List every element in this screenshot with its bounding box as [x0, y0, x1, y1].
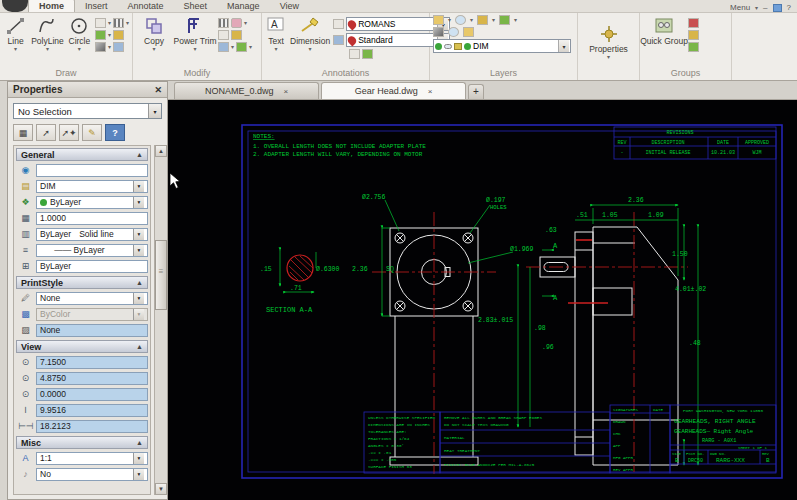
palette-close-icon[interactable]: ✕ — [154, 85, 162, 95]
tab-sheet[interactable]: Sheet — [174, 0, 218, 12]
scroll-up-icon[interactable]: ▲ — [155, 145, 167, 157]
doc-tab-noname[interactable]: NONAME_0.dwg × — [174, 82, 319, 99]
ellipse-icon[interactable] — [113, 42, 124, 52]
new-tab-button[interactable]: + — [468, 84, 484, 99]
app-logo[interactable] — [2, 0, 28, 12]
lineweight-field[interactable]: —— ByLayer▾ — [36, 244, 148, 257]
add-group-icon[interactable] — [688, 42, 699, 52]
layer-on-icon[interactable] — [435, 43, 442, 50]
move-icon[interactable] — [218, 42, 229, 52]
printstyle-field[interactable]: None▾ — [36, 292, 148, 305]
printtable-field[interactable]: None — [36, 324, 148, 337]
layers-panel-label[interactable]: Layers — [430, 68, 578, 80]
circle-button[interactable]: Circle ▾ — [67, 15, 92, 68]
power-trim-dropdown-icon[interactable]: ▾ — [193, 46, 196, 52]
ungroup-icon[interactable] — [688, 18, 699, 28]
view-width-field[interactable]: 18.2123 — [36, 420, 148, 433]
groups-panel-label[interactable]: Groups — [640, 68, 732, 80]
center-z-field[interactable]: 0.0000 — [36, 388, 148, 401]
tab-insert[interactable]: Insert — [75, 0, 118, 12]
sketch-icon[interactable] — [95, 30, 106, 40]
tab-manage[interactable]: Manage — [217, 0, 270, 12]
draw-panel-label[interactable]: Draw — [0, 68, 133, 80]
tab-annotate[interactable]: Annotate — [118, 0, 174, 12]
edit-group-icon[interactable] — [688, 30, 699, 40]
array-icon[interactable] — [218, 18, 229, 28]
copy-button[interactable]: Copy ▾ — [136, 15, 172, 68]
layer-field[interactable]: DIM▾ — [36, 180, 148, 193]
help-icon[interactable]: ? — [787, 3, 791, 12]
select-entities-button[interactable]: ➚ — [36, 124, 56, 141]
text-dropdown-icon[interactable]: ▾ — [274, 46, 277, 52]
text-button[interactable]: A Text ▾ — [265, 15, 287, 68]
rollback-button[interactable]: ✎ — [82, 124, 102, 141]
palette-help-button[interactable]: ? — [105, 124, 125, 141]
line-dropdown-icon[interactable]: ▾ — [14, 46, 17, 52]
erase-icon[interactable] — [231, 18, 242, 28]
hatch-icon[interactable] — [113, 30, 124, 40]
layer-combo[interactable]: DIM ▾ — [433, 39, 571, 53]
close-tab-icon[interactable]: × — [283, 87, 288, 96]
layer-states-icon[interactable] — [433, 27, 444, 37]
menu-button[interactable]: Menu — [730, 3, 750, 12]
name-field[interactable] — [36, 164, 148, 177]
layer-freeze-icon[interactable] — [444, 44, 452, 49]
tab-view[interactable]: View — [270, 0, 309, 12]
collapse-icon[interactable]: ▲ — [136, 343, 143, 350]
palette-header[interactable]: Properties ✕ — [8, 82, 167, 98]
layer-query-icon[interactable] — [448, 27, 459, 37]
layer-color-icon[interactable] — [464, 43, 471, 50]
polyline-button[interactable]: PolyLine ▾ — [31, 15, 64, 68]
arc-icon[interactable] — [95, 18, 106, 28]
tab-home[interactable]: Home — [28, 0, 75, 12]
section-printstyle[interactable]: PrintStyle▲ — [16, 276, 148, 289]
polyline-dropdown-icon[interactable]: ▾ — [46, 46, 49, 52]
scrollbar-thumb[interactable] — [155, 240, 167, 310]
view-height-field[interactable]: 9.9516 — [36, 404, 148, 417]
layer-dropdown-icon[interactable]: ▾ — [558, 40, 569, 52]
layer-preview-icon[interactable] — [455, 15, 466, 25]
drawing-canvas[interactable]: NOTES: 1. OVERALL LENGTH DOES NOT INCLUD… — [168, 100, 797, 500]
modify-panel-label[interactable]: Modify — [133, 68, 262, 80]
annotative-field[interactable]: No▾ — [36, 468, 148, 481]
dimension-button[interactable]: Dimension ▾ — [290, 15, 330, 68]
fillet-icon[interactable] — [231, 30, 242, 40]
properties-dropdown-icon[interactable]: ▾ — [607, 54, 610, 60]
rotate-icon[interactable] — [236, 42, 247, 52]
palette-scrollbar[interactable]: ▲ ▼ — [154, 145, 167, 495]
collapse-icon[interactable]: ▲ — [136, 151, 143, 158]
line-button[interactable]: Line ▾ — [3, 15, 28, 68]
transparency-field[interactable]: ByLayer — [36, 260, 148, 273]
power-trim-button[interactable]: Power Trim ▾ — [175, 15, 215, 68]
pattern-icon[interactable] — [113, 18, 124, 28]
close-tab-icon[interactable]: × — [428, 87, 433, 96]
scissors-icon[interactable] — [349, 49, 360, 59]
collapse-icon[interactable]: ▲ — [136, 439, 143, 446]
quick-select-button[interactable]: ▦ — [13, 124, 33, 141]
gradient-icon[interactable] — [95, 42, 106, 52]
annotation-scale-field[interactable]: 1:1▾ — [36, 452, 148, 465]
circle-dropdown-icon[interactable]: ▾ — [78, 46, 81, 52]
section-view[interactable]: View▲ — [16, 340, 148, 353]
section-misc[interactable]: Misc▲ — [16, 436, 148, 449]
layer-restore-icon[interactable] — [463, 27, 474, 37]
window-icon[interactable] — [773, 4, 782, 12]
layer-lock-icon[interactable] — [454, 43, 462, 50]
layer-check-icon[interactable] — [499, 15, 510, 25]
layer-manager-icon[interactable] — [433, 15, 444, 25]
center-y-field[interactable]: 4.8750 — [36, 372, 148, 385]
minimize-icon[interactable]: – — [763, 3, 767, 12]
selection-combo[interactable]: No Selection ▾ — [13, 103, 162, 119]
linecolor-field[interactable]: ByLayer▾ — [36, 196, 148, 209]
doc-tab-gear-head[interactable]: Gear Head.dwg × — [321, 82, 466, 99]
select-all-button[interactable]: ➚✦ — [59, 124, 79, 141]
style-leader-icon[interactable] — [333, 35, 344, 45]
section-general[interactable]: General▲ — [16, 148, 148, 161]
copy-dropdown-icon[interactable]: ▾ — [152, 46, 155, 52]
menu-dropdown-icon[interactable]: ▾ — [755, 5, 758, 11]
selection-dropdown-icon[interactable]: ▾ — [148, 104, 161, 118]
linescale-field[interactable]: 1.0000 — [36, 212, 148, 225]
linestyle-field[interactable]: ByLayerSolid line▾ — [36, 228, 148, 241]
update-icon[interactable] — [362, 49, 373, 59]
dimension-dropdown-icon[interactable]: ▾ — [309, 46, 312, 52]
